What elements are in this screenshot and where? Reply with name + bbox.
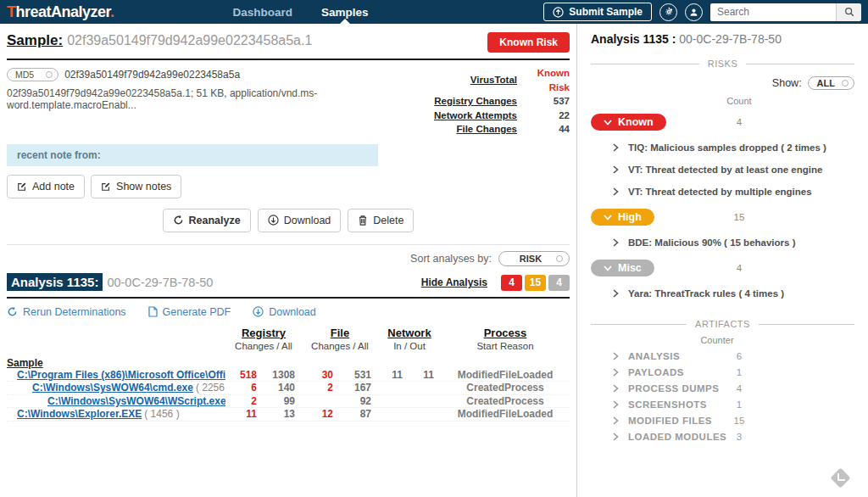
settings-button[interactable]: [659, 3, 677, 21]
chevron-right-icon: [613, 384, 619, 393]
process-path-link[interactable]: C:\Windows\Explorer.EXE: [17, 408, 142, 420]
sort-analyses-dropdown[interactable]: RISK: [498, 251, 570, 266]
high-risk-group-toggle[interactable]: High: [591, 209, 654, 226]
chevron-right-icon: [613, 352, 619, 360]
risk-item[interactable]: BDE: Malicious 90% ( 15 behaviors ): [613, 237, 854, 248]
hide-analysis-link[interactable]: Hide Analysis: [421, 276, 487, 288]
delete-button[interactable]: Delete: [348, 209, 414, 232]
net-out-value: 11: [409, 369, 441, 381]
refresh-icon: [7, 306, 18, 317]
stat-virustotal-label[interactable]: VirusTotal: [470, 73, 517, 87]
risk-item[interactable]: VT: Threat detected by multiple engines: [613, 187, 854, 197]
reanalyze-label: Reanalyze: [189, 215, 241, 226]
process-path-link[interactable]: C:\Windows\SysWOW64\cmd.exe: [32, 382, 193, 394]
file-all-value: 167: [340, 382, 378, 394]
reg-all-value: 99: [264, 395, 302, 407]
rerun-determinations-link[interactable]: Rerun Determinations: [7, 306, 126, 318]
artifact-analysis[interactable]: ANALYSIS 6: [613, 350, 854, 362]
show-notes-button[interactable]: Show notes: [91, 175, 181, 198]
gear-icon: [664, 7, 674, 17]
generate-pdf-label: Generate PDF: [163, 306, 231, 318]
stat-virustotal-value: Known Risk: [517, 66, 570, 94]
process-column-header: Process Start Reason: [441, 327, 570, 351]
search-button[interactable]: [836, 3, 861, 21]
show-filter-dropdown[interactable]: ALL: [808, 76, 854, 90]
reg-all-value: 1308: [264, 369, 302, 381]
high-count-badge[interactable]: 15: [525, 275, 546, 291]
risk-item[interactable]: Yara: ThreatTrack rules ( 4 times ): [613, 288, 854, 299]
misc-group-label: Misc: [618, 262, 642, 274]
file-all-value: 87: [340, 408, 378, 420]
chevron-down-icon: [604, 120, 612, 126]
artifact-process-dumps[interactable]: PROCESS DUMPS 4: [613, 383, 854, 394]
artifact-loaded-modules[interactable]: LOADED MODULES 3: [613, 431, 854, 443]
chevron-down-icon: [604, 265, 612, 271]
artifact-count: 4: [720, 383, 759, 394]
hash-type-dropdown[interactable]: MD5: [7, 68, 58, 81]
reg-all-value: 13: [264, 408, 302, 420]
download-analysis-link[interactable]: Download: [253, 306, 316, 318]
submit-sample-button[interactable]: Submit Sample: [543, 3, 652, 21]
sidebar-analysis-title: Analysis 1135 : 00-0C-29-7B-78-50: [591, 32, 854, 46]
process-path-link[interactable]: C:\Program Files (x86)\Microsoft Office\…: [17, 369, 225, 381]
counter-column-header: Counter: [698, 335, 737, 345]
stat-file-value: 44: [517, 122, 570, 137]
logo-t: T: [7, 3, 16, 20]
reg-all-value: 140: [264, 382, 302, 394]
app-logo[interactable]: ThreatAnalyzer.: [7, 3, 114, 21]
refresh-icon: [173, 215, 184, 226]
file-changes-value: 30: [302, 369, 340, 381]
chevron-right-icon: [613, 187, 619, 196]
stat-registry-label[interactable]: Registry Changes: [434, 94, 517, 109]
artifact-payloads[interactable]: PAYLOADS 1: [613, 366, 854, 378]
start-reason-value: ModifiedFileLoaded: [441, 408, 570, 420]
logo-rest: hreatAnalyzer: [16, 3, 111, 20]
user-account-button[interactable]: [685, 3, 703, 21]
known-group-label: Known: [618, 116, 654, 128]
nav-dashboard[interactable]: Dashboard: [233, 0, 293, 24]
reanalyze-button[interactable]: Reanalyze: [163, 209, 251, 232]
artifact-count: 1: [720, 399, 759, 410]
artifacts-divider: ARTIFACTS: [591, 319, 854, 329]
search-input[interactable]: [710, 3, 836, 21]
show-filter-value: ALL: [817, 78, 835, 88]
edit-icon: [17, 181, 27, 192]
stat-file-label[interactable]: File Changes: [456, 122, 517, 137]
download-analysis-label: Download: [269, 306, 316, 318]
artifact-screenshots[interactable]: SCREENSHOTS 1: [613, 399, 854, 410]
add-note-button[interactable]: Add note: [7, 175, 85, 198]
generate-pdf-link[interactable]: Generate PDF: [148, 306, 231, 318]
add-note-label: Add note: [32, 181, 75, 193]
chevron-right-icon: [613, 368, 619, 377]
analysis-divider: [7, 297, 570, 299]
nav-samples[interactable]: Samples: [321, 0, 369, 24]
analysis-machine: 00-0C-29-7B-78-50: [107, 276, 213, 289]
file-column-header: File Changes / All: [302, 327, 378, 351]
analysis-title: Analysis 1135:: [7, 273, 103, 291]
sort-value: RISK: [505, 254, 556, 264]
risk-item[interactable]: TIQ: Malicious samples dropped ( 2 times…: [613, 142, 854, 153]
file-all-value: 531: [340, 369, 378, 381]
search-icon: [844, 7, 854, 17]
sample-tree-root-label[interactable]: Sample: [7, 357, 570, 369]
sample-description: 02f39a50149f79d942a99e0223458a5a.1; 51 K…: [7, 87, 385, 111]
known-risk-badge[interactable]: Known Risk: [487, 32, 570, 53]
risk-group-misc: Misc 4: [591, 260, 854, 276]
artifact-modified-files[interactable]: MODIFIED FILES 15: [613, 415, 854, 427]
active-tab-caret: [340, 19, 350, 24]
misc-count-badge[interactable]: 4: [548, 275, 570, 291]
known-risk-group-toggle[interactable]: Known: [591, 114, 666, 131]
misc-risk-group-toggle[interactable]: Misc: [591, 260, 654, 276]
stat-network-label[interactable]: Network Attempts: [434, 109, 517, 123]
sample-stats: VirusTotal Known Risk Registry Changes 5…: [385, 66, 570, 137]
delete-button-label: Delete: [373, 215, 403, 226]
known-count-badge[interactable]: 4: [501, 275, 522, 291]
process-path-link[interactable]: C:\Windows\SysWOW64\WScript.exe: [47, 395, 225, 407]
start-reason-value: CreatedProcess: [441, 395, 570, 407]
stat-file-changes: File Changes 44: [385, 122, 570, 137]
process-row-winword: C:\Program Files (x86)\Microsoft Office\…: [7, 369, 570, 383]
risk-item[interactable]: VT: Threat detected by at least one engi…: [613, 165, 854, 175]
high-group-count: 15: [720, 212, 759, 222]
download-button[interactable]: Download: [258, 209, 342, 232]
reg-changes-value: 6: [225, 382, 264, 394]
